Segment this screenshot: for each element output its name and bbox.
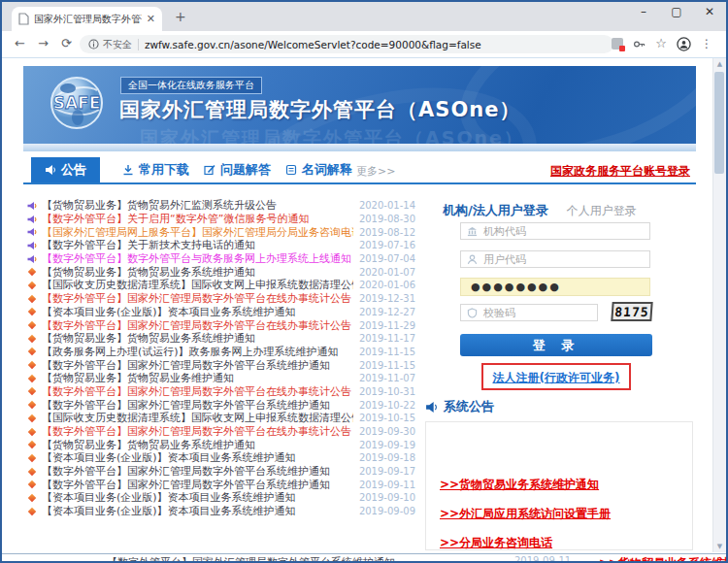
announcement-row[interactable]: 【国际收支历史数据清理系统】国际收支网上申报系统数据清理公告2019-10-15: [27, 412, 415, 425]
browser-tab[interactable]: 国家外汇管理局数字外管平台 (/ ✕: [12, 7, 162, 31]
announcement-title[interactable]: 【资本项目业务(企业版)】资本项目业务系统维护通知: [42, 451, 353, 465]
scroll-up-icon[interactable]: ▲: [713, 60, 726, 68]
announcement-title[interactable]: 【国家外汇管理局网上服务平台】国家外汇管理局分局业务咨询电话: [42, 225, 353, 239]
gov-platform-login-link[interactable]: 国家政务服务平台账号登录: [550, 163, 690, 180]
announcement-row[interactable]: 【资本项目业务(企业版)】资本项目业务系统维护通知2019-09-09: [27, 505, 415, 518]
announcement-row[interactable]: 【数字外管平台】国家外汇管理局数字外管平台在线办事统计公告2019-12-31: [27, 292, 415, 306]
announcement-row[interactable]: 【数字外管平台】关于启用“数字外管”微信服务号的通知2019-08-30: [27, 213, 415, 226]
browser-menu-icon[interactable]: ⋮: [701, 38, 712, 50]
page-scrollbar[interactable]: ▲ ▼: [712, 58, 726, 552]
captcha-input[interactable]: 校验码: [460, 304, 598, 321]
announcement-title[interactable]: 【数字外管平台】国家外汇管理局数字外管平台系统维护通知: [42, 398, 353, 412]
announcement-title[interactable]: 【货物贸易业务】货物贸易业务系统维护通知: [42, 265, 353, 279]
announcement-title[interactable]: 【货物贸易业务】货物贸易业务系统维护通知: [42, 438, 353, 451]
info-icon[interactable]: [88, 39, 99, 50]
browser-tabstrip: 国家外汇管理局数字外管平台 (/ ✕ + – ▢ ✕: [2, 2, 726, 31]
announcement-row[interactable]: 【资本项目业务(企业版)】资本项目业务系统维护通知2019-09-18: [27, 451, 415, 465]
announcement-row[interactable]: 【数字外管平台】关于新技术支持电话的通知2019-07-16: [27, 239, 415, 252]
window-close-button[interactable]: ✕: [703, 5, 716, 18]
announcement-title[interactable]: 【资本项目业务(企业版)】资本项目业务系统维护通知: [42, 491, 353, 505]
announcement-title[interactable]: 【货物贸易业务】货物贸易外汇监测系统升级公告: [42, 199, 353, 213]
announcement-row[interactable]: 【数字外管平台】国家外汇管理局数字外管平台在线办事统计公告2019-09-30: [27, 425, 415, 439]
address-bar[interactable]: 不安全 zwfw.safe.gov.cn/asone/WelcomeServle…: [80, 35, 613, 53]
announcement-row[interactable]: 【货物贸易业务】货物贸易业务系统维护通知2020-01-07: [27, 265, 415, 279]
announcement-row[interactable]: 【货物贸易业务】货物贸易外汇监测系统升级公告2020-01-14: [27, 199, 415, 213]
announcement-row[interactable]: 【资本项目业务(企业版)】资本项目业务系统维护通知2019-12-27: [27, 306, 415, 319]
announcement-row[interactable]: 【货物贸易业务】货物贸易业务系统维护通知2019-11-17: [27, 332, 415, 346]
scroll-down-icon[interactable]: ▼: [713, 543, 726, 550]
announcement-row[interactable]: 【数字外管平台】国家外汇管理局数字外管平台系统维护通知2019-10-22: [27, 398, 415, 412]
announcement-row[interactable]: 【数字外管平台】国家外汇管理局数字外管平台系统维护通知2019-09-17: [27, 465, 415, 479]
back-icon[interactable]: ←: [15, 36, 25, 50]
scrollbar-thumb[interactable]: [714, 72, 724, 174]
more-link[interactable]: 更多>>: [356, 164, 395, 179]
announcement-title[interactable]: 【国际收支历史数据清理系统】国际收支网上申报系统数据清理公告: [42, 412, 353, 425]
announcement-title[interactable]: 【资本项目业务(企业版)】资本项目业务系统维护通知: [42, 306, 353, 319]
announcement-row[interactable]: 【数字外管平台】国家外汇管理局数字外管平台在线办事统计公告2019-10-31: [27, 385, 415, 399]
announcement-date: 2019-09-11: [353, 480, 415, 490]
tab-glossary[interactable]: 名词解释: [285, 157, 352, 182]
tab-faq[interactable]: 问题解答: [204, 157, 271, 182]
announcement-row[interactable]: 【国家外汇管理局网上服务平台】国家外汇管理局分局业务咨询电话2019-08-12: [27, 225, 415, 239]
announcement-title[interactable]: 【数字外管平台】国家外汇管理局数字外管平台在线办事统计公告: [42, 385, 353, 399]
announcement-title[interactable]: 【数字外管平台】国家外汇管理局数字外管平台系统维护通知: [42, 465, 353, 479]
reload-icon[interactable]: ⟳: [61, 36, 72, 50]
system-notice-box: >>货物贸易业务系统维护通知>>外汇局应用系统访问设置手册>>分局业务咨询电话: [425, 421, 693, 550]
announcement-title[interactable]: 【政务服务网上办理(试运行)】政务服务网上办理系统维护通知: [42, 346, 353, 359]
person-icon: [467, 254, 478, 265]
announcement-title[interactable]: 【货物贸易业务】货物贸易业务维护通知: [42, 372, 353, 385]
url-text[interactable]: zwfw.safe.gov.cn/asone/WelcomeServlet?co…: [145, 39, 481, 50]
system-notice-link[interactable]: >>外汇局应用系统访问设置手册: [440, 506, 692, 522]
announcement-title[interactable]: 【数字外管平台】关于启用“数字外管”微信服务号的通知: [42, 213, 353, 226]
announcement-row[interactable]: 【货物贸易业务】货物贸易业务系统维护通知2019-09-19: [27, 438, 415, 451]
announcement-title[interactable]: 【数字外管平台】国家外汇管理局数字外管平台在线办事统计公告: [42, 425, 353, 439]
tab-announcements[interactable]: 公告: [31, 157, 100, 182]
tab-org-login[interactable]: 机构/法人用户登录: [443, 203, 548, 217]
login-button[interactable]: 登 录: [460, 334, 652, 356]
system-notice-link[interactable]: >>分局业务咨询电话: [440, 535, 692, 551]
announcement-row[interactable]: 【资本项目业务(企业版)】资本项目业务系统维护通知2019-09-10: [27, 491, 415, 505]
announcement-row[interactable]: 【数字外管平台】国家外汇管理局数字外管平台系统维护通知2019-09-11: [27, 478, 415, 491]
announcement-title[interactable]: 【货物贸易业务】货物贸易业务系统维护通知: [42, 332, 353, 346]
announcement-title[interactable]: 【数字外管平台】国家外汇管理局数字外管平台在线办事统计公告: [42, 292, 353, 306]
user-code-input[interactable]: 用户代码: [460, 250, 650, 268]
announcement-row[interactable]: 【数字外管平台】国家外汇管理局数字外管平台在线办事统计公告2019-11-29: [27, 318, 415, 332]
captcha-image[interactable]: 8175: [611, 302, 652, 321]
announcement-title[interactable]: 【数字外管平台】国家外汇管理局数字外管平台系统维护通知: [42, 478, 353, 491]
tab-downloads[interactable]: 常用下载: [122, 157, 189, 182]
org-code-input[interactable]: 机构代码: [460, 222, 650, 240]
window-minimize-button[interactable]: –: [637, 5, 650, 18]
announcement-title[interactable]: 【数字外管平台】国家外汇管理局数字外管平台在线办事统计公告: [42, 318, 353, 332]
announcement-row[interactable]: 【国际收支历史数据清理系统】国际收支网上申报系统数据清理公告2020-01-06: [27, 279, 415, 292]
announcement-row[interactable]: 【数字外管平台】国家外汇管理局数字外管平台系统维护通知2019-11-15: [27, 358, 415, 372]
diamond-icon: [27, 429, 42, 435]
announcement-title[interactable]: 【数字外管平台】关于新技术支持电话的通知: [42, 239, 353, 252]
bookmark-star-icon[interactable]: ☆: [655, 38, 667, 50]
forward-icon[interactable]: →: [38, 36, 49, 50]
screenshot-root: 国家外汇管理局数字外管平台 (/ ✕ + – ▢ ✕ ← → ⟳ 不安全 zwf…: [0, 0, 728, 563]
announcement-title[interactable]: 【国际收支历史数据清理系统】国际收支网上申报系统数据清理公告: [42, 279, 353, 292]
announcement-row[interactable]: 【政务服务网上办理(试运行)】政务服务网上办理系统维护通知2019-11-15: [27, 346, 415, 359]
legal-person-register-link[interactable]: 法人注册(行政许可业务): [493, 371, 620, 384]
tab-personal-login[interactable]: 个人用户登录: [567, 204, 637, 217]
announcement-title[interactable]: 【数字外管平台】国家外汇管理局数字外管平台系统维护通知: [42, 358, 353, 372]
announcement-row[interactable]: 【数字外管平台】数字外管平台与政务服务网上办理系统上线通知2019-07-04: [27, 252, 415, 266]
diamond-icon: [27, 362, 42, 368]
key-icon[interactable]: [633, 38, 645, 50]
announcement-date: 2019-09-09: [353, 506, 415, 516]
profile-icon[interactable]: [677, 37, 691, 51]
diamond-icon: [27, 509, 42, 514]
window-maximize-button[interactable]: ▢: [670, 5, 683, 18]
tab-close-icon[interactable]: ✕: [147, 13, 155, 25]
announcement-title[interactable]: 【资本项目业务(企业版)】资本项目业务系统维护通知: [42, 505, 353, 518]
system-notice-link[interactable]: >>货物贸易业务系统维护通知: [440, 477, 692, 493]
new-tab-button[interactable]: +: [175, 9, 186, 24]
diamond-icon: [27, 469, 42, 475]
password-input[interactable]: ●●●●●●●●: [460, 278, 650, 296]
announcement-row[interactable]: 【货物贸易业务】货物贸易业务维护通知2019-11-07: [27, 372, 415, 385]
diamond-icon: [27, 402, 42, 408]
announcement-title[interactable]: 【数字外管平台】数字外管平台与政务服务网上办理系统上线通知: [42, 252, 353, 266]
announcement-date: 2019-10-22: [353, 400, 415, 411]
extension-badge-icon[interactable]: [612, 38, 623, 50]
diamond-icon: [27, 481, 42, 487]
